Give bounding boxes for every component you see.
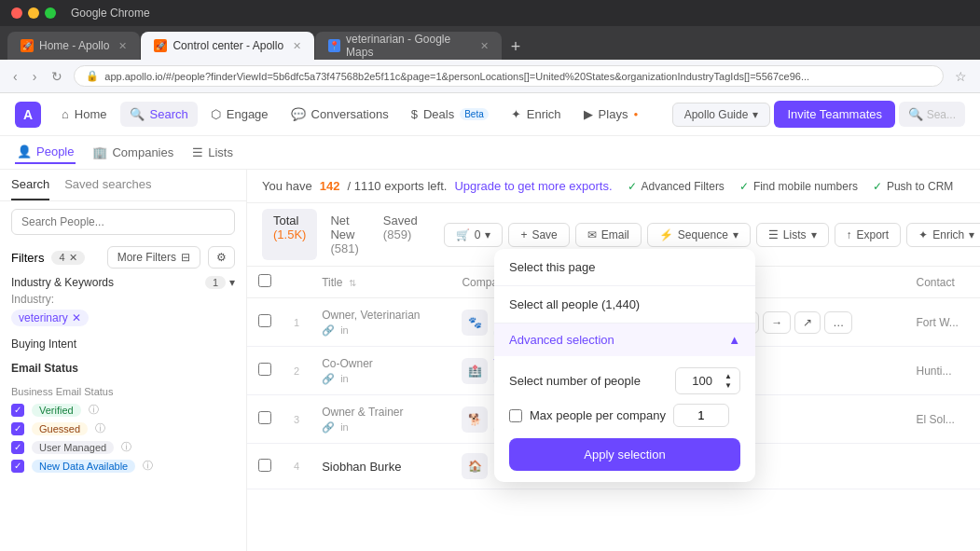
export-button[interactable]: ↑ Export [835,223,902,247]
select-this-page-option[interactable]: Select this page [494,249,755,286]
chevron-enrich-icon: ▾ [969,228,974,241]
sidebar-tab-saved[interactable]: Saved searches [64,177,151,200]
subnav-people[interactable]: 👤 People [15,141,76,164]
more-btn-1[interactable]: … [824,311,852,334]
nav-deals[interactable]: $ Deals Beta [402,102,498,127]
browser-tab-control[interactable]: 🚀 Control center - Apollo ✕ [141,32,314,60]
filter-settings-button[interactable]: ⚙ [208,246,235,269]
back-button[interactable]: ‹ [9,67,21,86]
reload-button[interactable]: ↻ [48,67,66,86]
browser-tab-home[interactable]: 🚀 Home - Apollo ✕ [7,32,140,60]
check-icon-2: ✓ [739,180,749,193]
cart-button[interactable]: 🛒 0 ▾ [444,223,504,247]
apollo-guide-button[interactable]: Apollo Guide ▾ [672,103,771,127]
sidebar-search-section [0,201,246,242]
row-checkbox-2[interactable] [258,363,271,376]
nav-plays[interactable]: ▶ Plays ● [574,102,648,127]
sidebar-tab-search[interactable]: Search [11,177,49,200]
tab-title-control: Control center - Apollo [173,39,283,52]
save-button[interactable]: + Save [508,223,569,247]
deals-icon: $ [411,107,418,121]
verified-badge: Verified [32,404,81,417]
filters-count-badge[interactable]: 4 ✕ [51,251,84,265]
chevron-cart-icon: ▾ [485,228,490,241]
remove-industry-icon[interactable]: ✕ [72,311,81,324]
tab-total[interactable]: Total (1.5K) [262,209,317,260]
subnav-lists[interactable]: ☰ Lists [190,142,235,163]
tab-net-new[interactable]: Net New (581) [319,209,369,260]
status-new-data-row: ✓ New Data Available ⓘ [11,459,235,473]
apply-selection-button[interactable]: Apply selection [509,438,740,471]
lists-button[interactable]: ☰ Lists ▾ [756,223,829,247]
link-icon-3[interactable]: 🔗 [322,421,335,434]
tab-saved[interactable]: Saved (859) [372,209,429,260]
select-all-people-option[interactable]: Select all people (1,440) [494,286,755,324]
nav-engage[interactable]: ⬡ Engage [201,102,278,127]
row-checkbox-4[interactable] [258,459,271,472]
nav-engage-label: Engage [227,107,269,121]
toolbar-actions: 🛒 0 ▾ + Save ✉ Email ⚡ Sequence ▾ [444,216,980,254]
browser-tab-maps[interactable]: 📍 veterinarian - Google Maps ✕ [315,32,502,60]
minimize-window-button[interactable] [28,7,39,19]
nav-search[interactable]: 🔍 Search [120,102,198,127]
advanced-selection-header[interactable]: Advanced selection ▲ [494,324,755,356]
nav-conversations[interactable]: 💬 Conversations [282,102,398,127]
push-crm-check: ✓ Push to CRM [873,180,953,193]
linkedin-icon-2[interactable]: in [340,373,349,385]
close-filter-icon[interactable]: ✕ [69,252,77,264]
url-bar[interactable]: 🔒 app.apollo.io/#/people?finderViewId=5b… [74,65,944,87]
main-layout: Search Saved searches Filters 4 ✕ More F… [0,170,980,551]
tab-close-home[interactable]: ✕ [118,40,127,52]
tab-close-control[interactable]: ✕ [293,40,301,52]
global-search-box[interactable]: 🔍 Sea... [899,102,965,127]
company-avatar-3: 🐕 [462,406,488,433]
email-status-filter[interactable]: Email Status [0,354,246,379]
email-button[interactable]: ✉ Email [575,223,642,247]
browser-chrome: Google Chrome [0,0,980,26]
invite-teammates-button[interactable]: Invite Teammates [774,101,895,128]
bookmark-button[interactable]: ☆ [951,67,971,86]
fullscreen-window-button[interactable] [45,7,56,19]
nav-deals-label: Deals [423,107,454,121]
new-tab-button[interactable]: + [503,34,529,60]
share-btn-1[interactable]: ↗ [794,311,821,334]
number-of-people-input[interactable]: 100 ▲ ▼ [675,367,740,394]
subnav-companies[interactable]: 🏢 Companies [90,142,175,163]
increment-icon[interactable]: ▲ [725,372,732,380]
home-icon: ⌂ [62,107,69,121]
row-checkbox-1[interactable] [258,314,271,327]
filter-icon: ⊟ [181,251,190,264]
linkedin-icon-3[interactable]: in [340,421,349,434]
close-window-button[interactable] [11,7,22,19]
advanced-filters-check: ✓ Advanced Filters [628,180,725,193]
max-people-checkbox[interactable] [509,409,522,422]
row-checkbox-3[interactable] [258,411,271,424]
location-1: Fort W... [916,316,958,329]
forward-btn-1[interactable]: → [763,311,791,334]
industry-keywords-filter[interactable]: Industry & Keywords 1 ▾ Industry: veteri… [0,272,246,334]
tab-close-maps[interactable]: ✕ [480,40,489,52]
people-search-input[interactable] [11,209,235,235]
buying-intent-filter[interactable]: Buying Intent [0,334,246,354]
upgrade-link[interactable]: Upgrade to get more exports. [454,179,612,193]
forward-button[interactable]: › [29,67,41,86]
nav-enrich[interactable]: ✦ Enrich [502,102,571,127]
chevron-seq-icon: ▾ [733,228,738,241]
link-icon-2[interactable]: 🔗 [322,373,335,385]
nav-home[interactable]: ⌂ Home [52,102,117,127]
more-filters-button[interactable]: More Filters ⊟ [107,246,200,269]
link-icon-1[interactable]: 🔗 [322,324,335,337]
enrich-button[interactable]: ✦ Enrich ▾ [906,223,980,247]
max-people-input[interactable] [673,404,729,427]
feature-checks: ✓ Advanced Filters ✓ Find mobile numbers… [628,180,954,193]
sequence-button[interactable]: ⚡ Sequence ▾ [647,223,751,247]
mobile-numbers-label: Find mobile numbers [753,180,858,193]
check-icon-1: ✓ [628,180,637,193]
title-sort-icon[interactable]: ⇅ [349,278,356,288]
url-text: app.apollo.io/#/people?finderViewId=5b6d… [104,71,809,82]
linkedin-icon-1[interactable]: in [340,324,349,337]
decrement-icon[interactable]: ▼ [725,381,732,390]
user-managed-info-icon: ⓘ [121,440,131,454]
company-avatar-1: 🐾 [462,310,488,336]
select-all-checkbox[interactable] [258,274,271,287]
